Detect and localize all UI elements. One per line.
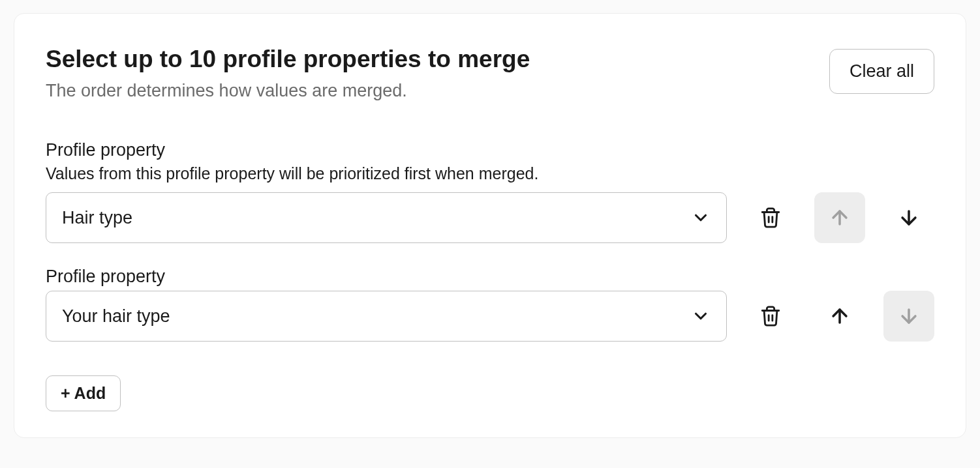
property-helper: Values from this profile property will b…: [46, 164, 934, 183]
add-button[interactable]: + Add: [46, 375, 121, 411]
clear-all-button[interactable]: Clear all: [829, 49, 934, 94]
property-select-value: Your hair type: [62, 306, 170, 327]
arrow-up-icon: [829, 207, 851, 229]
trash-icon: [759, 305, 782, 327]
title-block: Select up to 10 profile properties to me…: [46, 45, 829, 104]
move-up-button[interactable]: [814, 291, 865, 342]
property-label: Profile property: [46, 140, 934, 160]
property-row: Your hair type: [46, 291, 934, 342]
arrow-up-icon: [829, 305, 851, 327]
property-select[interactable]: Hair type: [46, 192, 727, 243]
property-row: Hair type: [46, 192, 934, 243]
merge-properties-card: Select up to 10 profile properties to me…: [14, 13, 966, 438]
property-block-1: Profile property Your hair type: [46, 267, 934, 342]
page-subtitle: The order determines how values are merg…: [46, 79, 829, 104]
arrow-down-icon: [898, 305, 920, 327]
property-select-value: Hair type: [62, 208, 132, 228]
arrow-down-icon: [898, 207, 920, 229]
property-label: Profile property: [46, 267, 934, 287]
move-down-button: [883, 291, 934, 342]
trash-icon: [759, 207, 782, 229]
property-select[interactable]: Your hair type: [46, 291, 727, 342]
chevron-down-icon: [691, 208, 711, 227]
page-title: Select up to 10 profile properties to me…: [46, 45, 829, 74]
property-block-0: Profile property Values from this profil…: [46, 140, 934, 243]
delete-button[interactable]: [745, 291, 796, 342]
move-up-button: [814, 192, 865, 243]
move-down-button[interactable]: [883, 192, 934, 243]
delete-button[interactable]: [745, 192, 796, 243]
chevron-down-icon: [691, 306, 711, 326]
header-row: Select up to 10 profile properties to me…: [46, 45, 934, 104]
